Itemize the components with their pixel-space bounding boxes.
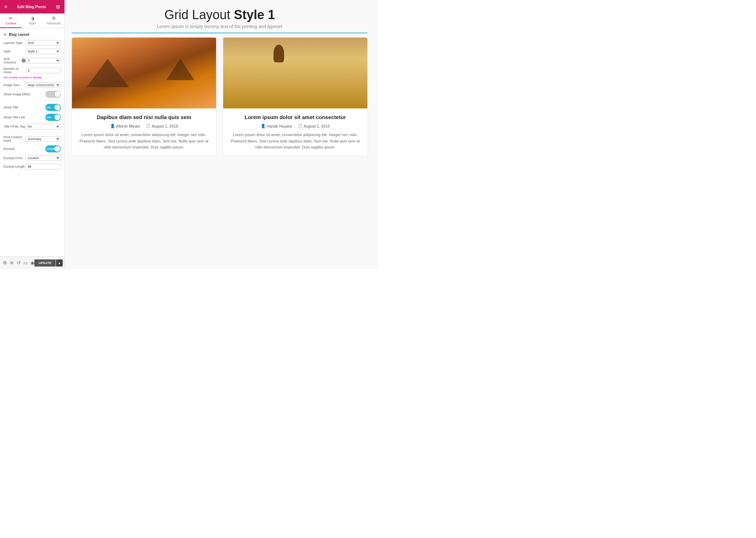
info-badge: i [22, 58, 26, 63]
excerpt-length-input[interactable] [26, 164, 61, 169]
author-meta-2: 👤 Hardik Hirpara [261, 124, 292, 128]
hamburger-icon[interactable]: ≡ [4, 4, 7, 10]
update-arrow-button[interactable]: ▲ [56, 259, 63, 267]
panel-title: Edit Blog Posts [17, 5, 46, 9]
content-tab-icon: ✏ [9, 16, 13, 21]
grid-columns-label: Grid Columns i [4, 57, 26, 64]
panel-header: ≡ Edit Blog Posts ⊞ [0, 0, 64, 13]
image-size-select[interactable]: large (1024X1024) [26, 82, 61, 88]
style-row: Style Style 1 [0, 47, 64, 56]
page-main-title: Grid Layout Style 1 [72, 7, 367, 22]
style-label: Style [4, 50, 26, 53]
image-size-label: Image Size [4, 83, 26, 87]
settings-icon[interactable]: ⚙ [3, 260, 7, 265]
show-image-effect-toggle[interactable]: OFF [45, 91, 61, 98]
update-button[interactable]: UPDATE [34, 259, 56, 267]
show-title-toggle[interactable]: ON [45, 104, 61, 111]
excerpt-length-row: Excerpt Length [0, 162, 64, 171]
blue-border [72, 33, 367, 33]
blog-card-2: Lorem ipsum dolor sit amet consectetur 👤… [223, 38, 367, 156]
number-of-posts-row: Number of Posts [0, 66, 64, 75]
tab-advanced-label: Advanced [47, 22, 61, 25]
blog-layout-section: ▼ Blog Layout [0, 31, 64, 39]
excerpt-length-label: Excerpt Length [4, 165, 26, 168]
post-content-feed-select[interactable]: Summary [26, 136, 61, 142]
tab-content-label: Content [5, 22, 17, 25]
layouts-type-label: Layouts Type [4, 41, 26, 45]
blog-excerpt-1: Lorem ipsum dolor sit amet, consectetur … [78, 132, 210, 151]
blog-title-1: Dapibus diam sed nisi nulla quis sem [78, 113, 210, 121]
author-name-2: Hardik Hirpara [267, 124, 292, 128]
author-name-1: Alkesh Miyani [116, 124, 140, 128]
title-plain: Grid Layout [164, 7, 234, 22]
author-meta-1: 👤 Alkesh Miyani [110, 124, 140, 128]
number-of-posts-input[interactable] [26, 68, 61, 73]
panel-body: ▼ Blog Layout Layouts Type Grid Style St… [0, 28, 64, 256]
grid-columns-select[interactable]: 3 [26, 58, 61, 63]
title-bold: Style 1 [234, 7, 275, 22]
right-content: Grid Layout Style 1 Lorem Ipsum is simpl… [65, 0, 378, 269]
advanced-tab-icon: ⚙ [52, 16, 56, 21]
user-icon-1: 👤 [110, 124, 115, 128]
style-select[interactable]: Style 1 [26, 49, 61, 54]
blog-image-1 [72, 38, 216, 108]
post-date-2: August 1, 2019 [304, 124, 330, 128]
clock-icon-1: 🕐 [146, 124, 151, 128]
blog-title-2: Lorem ipsum dolor sit amet consectetur [229, 113, 362, 121]
title-html-tag-label: Title HTML Tag [4, 125, 26, 128]
user-icon-2: 👤 [261, 124, 266, 128]
layers-icon[interactable]: ≋ [10, 260, 14, 265]
divider-2 [0, 132, 64, 133]
excerpt-toggle[interactable]: SHOW [45, 145, 61, 152]
show-title-link-row: Show Title Link ON [0, 112, 64, 122]
show-title-row: Show Title ON [0, 102, 64, 112]
title-html-tag-select[interactable]: H4 [26, 124, 61, 129]
tab-style[interactable]: ◑ Style [22, 13, 43, 28]
toggle-knob [55, 91, 60, 97]
divider-1 [0, 101, 64, 101]
excerpt-from-label: Excerpt From [4, 156, 26, 160]
excerpt-from-select[interactable]: Content [26, 155, 61, 161]
blog-meta-2: 👤 Hardik Hirpara 🕐 August 1, 2019 [229, 124, 362, 128]
post-content-feed-row: Post Content Feed Summary [0, 134, 64, 144]
excerpt-label: Excerpt [4, 147, 45, 151]
show-title-label: Show Title [4, 106, 45, 109]
posts-hint: Set number of posts to display. [0, 75, 64, 81]
show-title-link-toggle[interactable]: ON [45, 114, 61, 121]
tab-style-label: Style [29, 22, 36, 25]
toggle-on-label-1: ON [47, 106, 51, 109]
date-meta-2: 🕐 August 1, 2019 [298, 124, 330, 128]
blog-card-1: Dapibus diam sed nisi nulla quis sem 👤 A… [72, 38, 216, 156]
blog-card-body-2: Lorem ipsum dolor sit amet consectetur 👤… [223, 108, 367, 156]
post-content-feed-label: Post Content Feed [4, 135, 26, 142]
blog-meta-1: 👤 Alkesh Miyani 🕐 August 1, 2019 [78, 124, 210, 128]
blog-grid: Dapibus diam sed nisi nulla quis sem 👤 A… [72, 38, 367, 156]
panel-footer: ⚙ ≋ ↺ ▭ ◉ UPDATE ▲ [0, 256, 64, 269]
toggle-knob-3 [55, 114, 60, 120]
chevron-down-icon: ▼ [4, 33, 7, 37]
layouts-type-row: Layouts Type Grid [0, 39, 64, 47]
responsive-icon[interactable]: ▭ [23, 260, 28, 265]
show-image-effect-label: Show Image Effect [4, 93, 45, 96]
eye-icon[interactable]: ◉ [30, 260, 34, 265]
tab-advanced[interactable]: ⚙ Advanced [43, 13, 64, 28]
clock-icon-2: 🕐 [298, 124, 303, 128]
history-icon[interactable]: ↺ [17, 260, 21, 265]
section-label: Blog Layout [9, 33, 29, 37]
excerpt-row: Excerpt SHOW [0, 144, 64, 154]
grid-columns-row: Grid Columns i 3 [0, 56, 64, 66]
panel-tabs: ✏ Content ◑ Style ⚙ Advanced [0, 13, 64, 28]
grid-icon[interactable]: ⊞ [56, 4, 60, 10]
page-subtitle: Lorem Ipsum is simply dummy text of the … [72, 24, 367, 29]
excerpt-from-row: Excerpt From Content [0, 154, 64, 162]
show-image-effect-row: Show Image Effect OFF [0, 89, 64, 99]
footer-icons: ⚙ ≋ ↺ ▭ ◉ [3, 260, 34, 265]
layouts-type-select[interactable]: Grid [26, 40, 61, 46]
left-panel: ≡ Edit Blog Posts ⊞ ✏ Content ◑ Style ⚙ … [0, 0, 65, 269]
tab-content[interactable]: ✏ Content [0, 13, 22, 28]
blog-excerpt-2: Lorem ipsum dolor sit amet, consectetur … [229, 132, 362, 151]
toggle-knob-2 [55, 105, 60, 110]
number-of-posts-label: Number of Posts [4, 67, 26, 74]
blog-image-2 [223, 38, 367, 108]
style-tab-icon: ◑ [30, 16, 34, 21]
